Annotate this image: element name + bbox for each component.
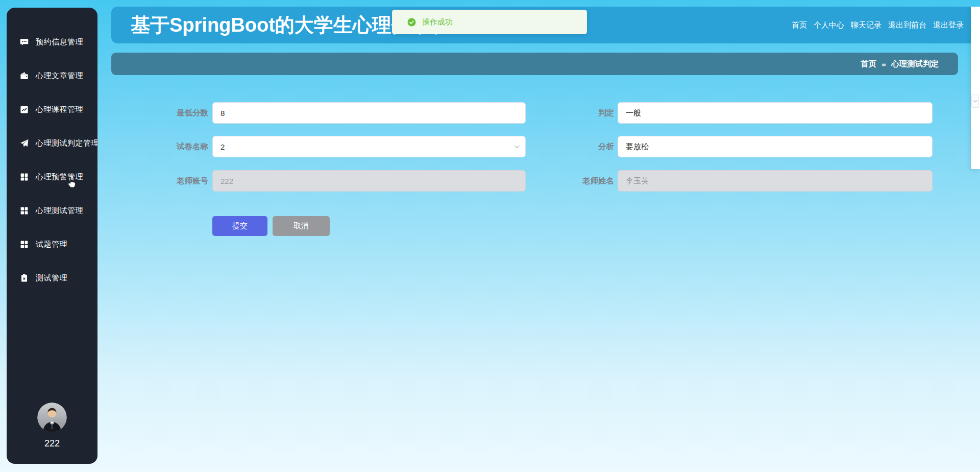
sidebar-item-label: 心理测试管理 bbox=[36, 206, 83, 216]
label-judgement: 判定 bbox=[527, 102, 614, 124]
user-profile: 222 bbox=[7, 403, 97, 449]
grid-icon bbox=[20, 240, 29, 249]
message-icon bbox=[20, 38, 29, 46]
sidebar-item-label: 心理课程管理 bbox=[36, 105, 83, 114]
teacher-name-input bbox=[618, 170, 933, 192]
grid-icon bbox=[20, 173, 29, 181]
sidebar-item-label: 心理测试判定管理 bbox=[36, 138, 97, 148]
submit-button[interactable]: 提交 bbox=[212, 216, 267, 236]
breadcrumb-separator-icon: ≡ bbox=[881, 60, 886, 68]
sidebar-item-psych-article[interactable]: 心理文章管理 bbox=[7, 59, 97, 92]
breadcrumb-home[interactable]: 首页 bbox=[861, 59, 876, 69]
sidebar-item-psych-course[interactable]: 心理课程管理 bbox=[7, 92, 97, 126]
check-circle-icon bbox=[407, 18, 416, 27]
field-paper-name bbox=[212, 136, 526, 157]
cancel-button[interactable]: 取消 bbox=[273, 216, 330, 236]
sidebar-item-label: 预约信息管理 bbox=[36, 37, 83, 47]
username: 222 bbox=[7, 438, 97, 449]
clipboard-icon bbox=[20, 274, 29, 282]
sidebar-item-psych-warning[interactable]: 心理预警管理 bbox=[7, 160, 97, 194]
sidebar-item-question-mgmt[interactable]: 试题管理 bbox=[7, 227, 97, 261]
nav-link-personal-center[interactable]: 个人中心 bbox=[814, 20, 844, 30]
nav-link-chat-history[interactable]: 聊天记录 bbox=[851, 20, 881, 30]
toast-message: 操作成功 bbox=[422, 17, 453, 27]
field-teacher-name bbox=[618, 170, 933, 192]
trend-chart-icon bbox=[20, 105, 29, 114]
nav-link-home[interactable]: 首页 bbox=[792, 20, 807, 30]
analysis-input[interactable] bbox=[618, 136, 933, 157]
chevron-down-icon[interactable] bbox=[971, 95, 979, 108]
sidebar: 预约信息管理 心理文章管理 心理课程管理 心理测试判定管理 心理预警管理 bbox=[7, 8, 97, 464]
label-paper-name: 试卷名称 bbox=[121, 136, 208, 157]
paper-plane-icon bbox=[20, 139, 29, 148]
sidebar-item-label: 心理文章管理 bbox=[36, 71, 83, 81]
grid-icon bbox=[20, 206, 29, 215]
header-nav: 首页 个人中心 聊天记录 退出到前台 退出登录 bbox=[792, 7, 964, 43]
label-teacher-name: 老师姓名 bbox=[527, 170, 614, 192]
sidebar-item-test-mgmt[interactable]: 测试管理 bbox=[7, 261, 97, 295]
breadcrumb-current: 心理测试判定 bbox=[891, 59, 939, 69]
label-analysis: 分析 bbox=[527, 136, 614, 157]
nav-link-exit-to-front[interactable]: 退出到前台 bbox=[888, 20, 926, 30]
field-analysis bbox=[618, 136, 933, 157]
sidebar-item-test-judgement[interactable]: 心理测试判定管理 bbox=[7, 126, 97, 160]
wallet-icon bbox=[20, 72, 29, 80]
field-min-score bbox=[212, 102, 526, 124]
clipped-right-panel bbox=[971, 7, 980, 169]
sidebar-menu: 预约信息管理 心理文章管理 心理课程管理 心理测试判定管理 心理预警管理 bbox=[7, 8, 97, 295]
chevron-down-icon[interactable] bbox=[513, 143, 521, 150]
sidebar-item-label: 测试管理 bbox=[36, 273, 67, 283]
field-judgement bbox=[618, 102, 933, 124]
sidebar-item-appointment-info[interactable]: 预约信息管理 bbox=[7, 25, 97, 59]
field-teacher-account bbox=[212, 170, 526, 192]
sidebar-item-label: 试题管理 bbox=[36, 240, 67, 249]
label-teacher-account: 老师账号 bbox=[121, 170, 208, 192]
sidebar-item-label: 心理预警管理 bbox=[36, 172, 83, 182]
judgement-input[interactable] bbox=[618, 102, 933, 124]
teacher-account-input bbox=[212, 170, 526, 192]
label-min-score: 最低分数 bbox=[121, 102, 208, 124]
nav-link-logout[interactable]: 退出登录 bbox=[933, 20, 964, 30]
paper-name-select[interactable] bbox=[212, 136, 526, 157]
sidebar-item-psych-test[interactable]: 心理测试管理 bbox=[7, 194, 97, 227]
min-score-input[interactable] bbox=[212, 102, 526, 124]
success-toast: 操作成功 bbox=[392, 10, 587, 34]
breadcrumb: 首页 ≡ 心理测试判定 bbox=[111, 53, 958, 75]
avatar[interactable] bbox=[37, 403, 67, 432]
